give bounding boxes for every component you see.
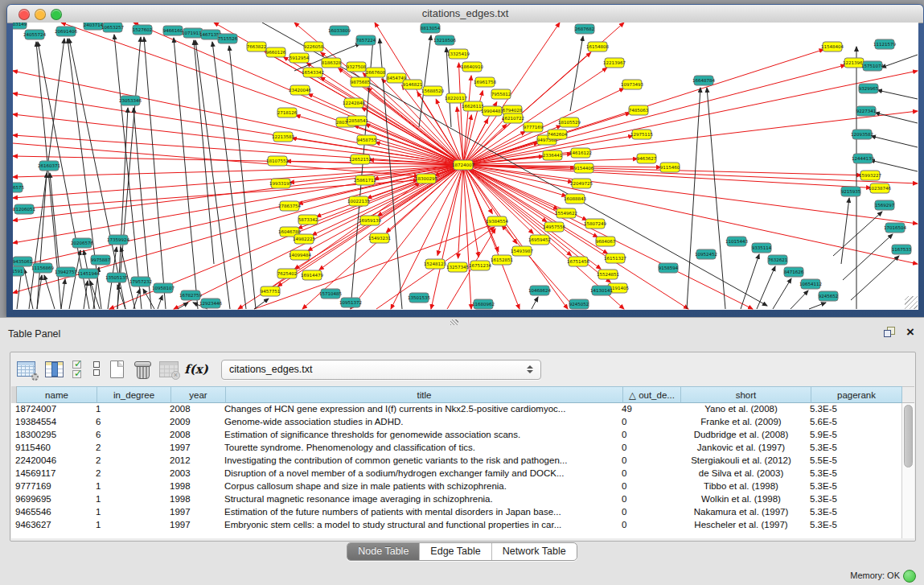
graph-node[interactable]: 10958107 [152, 283, 175, 293]
table-settings-icon[interactable] [15, 359, 39, 381]
citation-edge-black[interactable] [61, 279, 65, 309]
network-view[interactable]: 1872400718300295193845547663822966012659… [13, 23, 918, 310]
graph-node[interactable]: 7485063 [629, 105, 649, 115]
citation-edge-red[interactable] [463, 165, 568, 309]
graph-node[interactable]: 25206575 [13, 183, 24, 192]
column-header-title[interactable]: title [226, 386, 623, 403]
graph-node[interactable]: 23053346 [119, 96, 142, 105]
graph-node[interactable]: 12093582 [851, 130, 873, 139]
graph-node[interactable]: 7632621 [768, 255, 788, 265]
graph-node[interactable]: 11015443 [725, 237, 748, 246]
graph-node[interactable]: 19384554 [486, 216, 508, 226]
graph-node[interactable]: 7462604 [548, 130, 568, 139]
graph-node[interactable]: 12923446 [199, 299, 222, 308]
graph-node[interactable]: 16154808 [586, 42, 609, 51]
citation-edge-red[interactable] [362, 107, 463, 165]
graph-node[interactable]: 10973493 [621, 80, 643, 89]
column-header-year[interactable]: year [171, 386, 226, 403]
citation-edge-black[interactable] [229, 46, 256, 309]
citation-edge-black[interactable] [809, 303, 826, 309]
graph-node[interactable]: 11680962 [472, 299, 495, 309]
graph-node[interactable]: 5912954 [290, 53, 310, 63]
citation-edge-black[interactable] [833, 212, 882, 256]
citation-edge-black[interactable] [254, 299, 269, 309]
graph-node[interactable]: 13257345 [446, 262, 469, 272]
close-panel-icon[interactable]: × [906, 327, 914, 337]
graph-node[interactable]: 9457751 [261, 286, 281, 296]
graph-node[interactable]: 13325419 [447, 49, 470, 59]
graph-node[interactable]: 13942757 [55, 267, 77, 277]
graph-node[interactable]: 12213967 [603, 58, 626, 68]
graph-node[interactable]: 18300295 [415, 174, 437, 183]
graph-node[interactable]: 9245052 [569, 299, 589, 309]
citation-edge-black[interactable] [841, 198, 849, 264]
graph-node[interactable]: 15549622 [555, 208, 577, 218]
graph-node[interactable]: 2336441 [543, 150, 563, 160]
citation-edge-black[interactable] [84, 281, 88, 309]
graph-node[interactable]: 25861712 [354, 175, 376, 185]
network-canvas[interactable]: 1872400718300295193845547663822966012659… [13, 23, 918, 310]
graph-node[interactable]: 2687682 [575, 24, 595, 34]
table-row[interactable]: 1456911722003Disruption of a novel membe… [11, 468, 901, 480]
graph-node[interactable]: 10654112 [799, 279, 822, 289]
tab-node-table[interactable]: Node Table [347, 543, 420, 560]
citation-edge-red[interactable] [458, 63, 463, 165]
function-builder-icon[interactable]: f(x) [184, 359, 208, 381]
graph-node[interactable]: 9660126 [266, 47, 286, 57]
graph-node[interactable]: 10468624 [528, 286, 551, 295]
scrollbar-thumb[interactable] [904, 405, 913, 468]
graph-node[interactable]: 9115460 [660, 163, 680, 172]
graph-node[interactable]: 10952452 [695, 249, 717, 259]
graph-node[interactable]: 9435061 [13, 257, 32, 266]
graph-node[interactable]: 9975887 [91, 255, 111, 265]
citation-edge-black[interactable] [69, 250, 80, 309]
graph-node[interactable]: 2667608 [366, 68, 386, 77]
row-select-icon[interactable] [70, 359, 88, 381]
citation-edge-black[interactable] [158, 295, 162, 309]
graph-node[interactable]: 14130141 [590, 286, 613, 295]
graph-node[interactable]: 16914479 [301, 270, 323, 280]
graph-node[interactable]: 9458755 [357, 135, 377, 145]
citation-edge-black[interactable] [194, 40, 214, 264]
window-resize-grip[interactable] [905, 296, 918, 309]
graph-node[interactable]: 10022135 [347, 196, 370, 206]
citation-edge-red[interactable] [292, 138, 463, 165]
citation-edge-black[interactable] [570, 36, 583, 111]
graph-node[interactable]: 16088843 [564, 194, 586, 204]
graph-node[interactable]: 15493987 [511, 246, 533, 256]
graph-node[interactable]: 15993227 [859, 171, 881, 180]
graph-node[interactable]: 991591 [13, 266, 24, 276]
graph-node[interactable]: 14982225 [293, 234, 315, 244]
graph-node[interactable]: 10653257 [101, 23, 124, 32]
window-titlebar[interactable]: citations_edges.txt [7, 5, 923, 23]
graph-node[interactable]: 1167533 [892, 245, 912, 254]
graph-node[interactable]: 7515526 [218, 34, 238, 43]
column-header-name[interactable]: name [17, 386, 97, 403]
citation-edge-black[interactable] [773, 278, 791, 309]
graph-node[interactable]: 9158594 [659, 263, 679, 273]
graph-node[interactable]: 9875685 [351, 77, 371, 87]
graph-node[interactable]: 9466160 [163, 26, 183, 35]
citation-edge-black[interactable] [881, 55, 918, 68]
graph-node[interactable]: 11451944 [77, 269, 100, 278]
graph-node[interactable]: 16151327 [604, 253, 626, 263]
graph-node[interactable]: 14957556 [543, 222, 565, 232]
graph-node[interactable]: 12858541 [346, 116, 368, 126]
graph-node[interactable]: 2603149 [13, 23, 27, 29]
graph-node[interactable]: 20206576 [71, 238, 93, 248]
graph-node[interactable]: 16782759 [179, 290, 202, 300]
citation-edge-black[interactable] [870, 160, 918, 171]
citation-edge-black[interactable] [532, 297, 538, 309]
graph-node[interactable]: 26160371 [38, 161, 60, 171]
table-scrollbar[interactable] [901, 403, 914, 538]
graph-node[interactable]: 12975115 [630, 130, 653, 139]
graph-node[interactable]: 18640910 [461, 62, 483, 72]
graph-node[interactable]: 14616122 [569, 148, 592, 158]
graph-node[interactable]: 17016504 [884, 223, 906, 233]
graph-node[interactable]: 13501535 [408, 293, 430, 303]
citation-edge-black[interactable] [687, 88, 700, 309]
graph-node[interactable]: 15524851 [597, 270, 619, 279]
graph-node[interactable]: 15807249 [584, 219, 606, 229]
graph-node[interactable]: 9215935 [841, 187, 861, 196]
graph-node[interactable]: 2718126 [277, 108, 298, 117]
